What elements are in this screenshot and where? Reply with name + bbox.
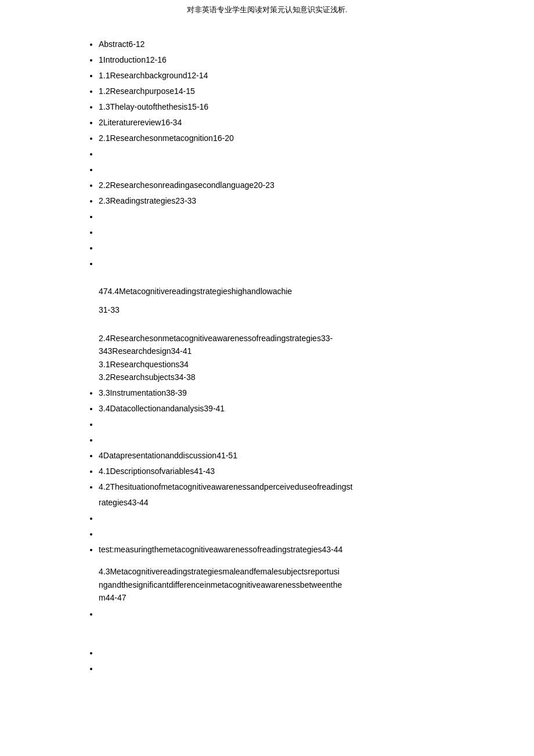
list-item-empty [99,226,453,238]
content-area: Abstract6-12 1Introduction12-16 1.1Resea… [0,27,534,701]
list-item: 1.2Researchpurpose14-15 [99,85,453,97]
toc-block-2: 2.4Researchesonmetacognitiveawarenessofr… [99,332,453,384]
list-item-empty [99,164,453,176]
list-item-empty [99,418,453,431]
list-item: 4.2Thesituationofmetacognitiveawarenessa… [99,481,453,493]
list-item-empty [99,242,453,254]
list-item-empty [99,512,453,525]
list-item: 2.1Researchesonmetacognition16-20 [99,132,453,144]
toc-list-4 [81,647,453,675]
list-item: 2Literaturereview16-34 [99,117,453,129]
list-item-empty [99,608,453,620]
list-item-empty [99,647,453,659]
toc-block-3: 4.3Metacognitivereadingstrategiesmaleand… [99,565,453,604]
page-header: 对非英语专业学生阅读对策元认知意识实证浅析. [0,0,534,27]
toc-list-3 [81,608,453,620]
list-item-empty [99,211,453,223]
toc-block-2-line4: 3.2Researchsubjects34-38 [99,371,453,384]
toc-block-2-line2: 343Researchdesign34-41 [99,345,453,357]
list-item: 1Introduction12-16 [99,54,453,66]
list-item: 3.4Datacollectionandanalysis39-41 [99,403,453,415]
list-item-empty [99,434,453,446]
toc-block-2-line3: 3.1Researchquestions34 [99,358,453,371]
toc-block-1-line2: 31-33 [99,303,453,316]
toc-list-2: 3.3Instrumentation38-39 3.4Datacollectio… [81,387,453,556]
list-item: 4.1Descriptionsofvariables41-43 [99,465,453,478]
list-item: 2.3Readingstrategies23-33 [99,195,453,207]
toc-list-1: Abstract6-12 1Introduction12-16 1.1Resea… [81,38,453,270]
list-item: Abstract6-12 [99,38,453,50]
toc-block-3-line3: m44-47 [99,591,453,604]
toc-block-3-line2: ngandthesignificantdifferenceinmetacogni… [99,578,453,591]
header-title: 对非英语专业学生阅读对策元认知意识实证浅析. [187,5,348,14]
toc-block-1-line1: 474.4Metacognitivereadingstrategieshigha… [99,285,453,298]
list-item-empty [99,528,453,540]
list-item: 1.3Thelay-outofthethesis15-16 [99,101,453,113]
list-item-empty [99,148,453,160]
list-item: 3.3Instrumentation38-39 [99,387,453,399]
list-item: 1.1Researchbackground12-14 [99,70,453,82]
toc-block-2-line1: 2.4Researchesonmetacognitiveawarenessofr… [99,332,453,345]
list-item: 4Datapresentationanddiscussion41-51 [99,450,453,462]
list-item-empty [99,663,453,675]
list-item-plain: rategies43-44 [99,497,453,509]
list-item-empty [99,258,453,270]
toc-block-1: 474.4Metacognitivereadingstrategieshigha… [99,285,453,317]
toc-block-3-line1: 4.3Metacognitivereadingstrategiesmaleand… [99,565,453,578]
list-item: test:measuringthemetacognitiveawarenesso… [99,544,453,556]
list-item: 2.2Researchesonreadingasecondlanguage20-… [99,179,453,191]
